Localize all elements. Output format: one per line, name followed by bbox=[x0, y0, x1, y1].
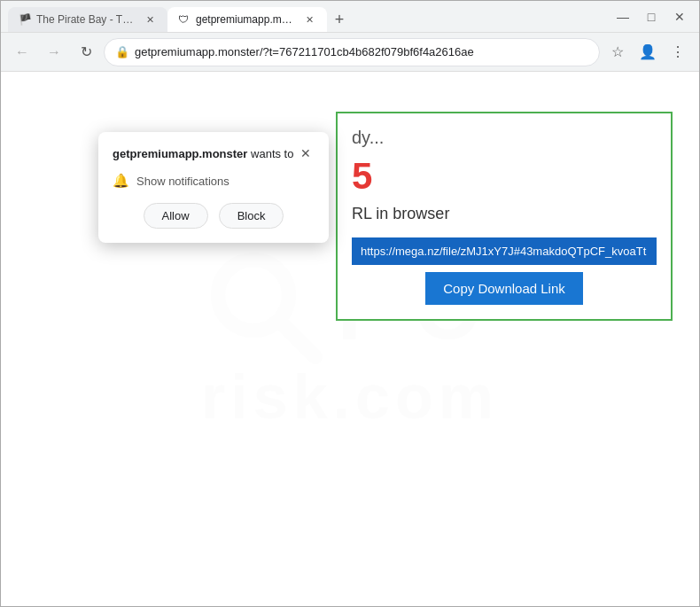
window-controls: — □ ✕ bbox=[611, 4, 692, 29]
tab-title-getpremiumapp: getpremiumapp.monster/?t=76... bbox=[196, 13, 297, 26]
bookmark-button[interactable]: ☆ bbox=[603, 38, 632, 66]
close-button[interactable]: ✕ bbox=[667, 4, 692, 29]
allow-button[interactable]: Allow bbox=[144, 203, 208, 229]
url-input[interactable] bbox=[352, 237, 657, 265]
maximize-button[interactable]: □ bbox=[639, 4, 664, 29]
nav-bar: ← → ↻ 🔒 getpremiumapp.monster/?t=7672117… bbox=[1, 33, 699, 72]
refresh-button[interactable]: ↻ bbox=[72, 38, 100, 66]
new-tab-button[interactable]: + bbox=[327, 7, 352, 32]
notification-row: 🔔 Show notifications bbox=[113, 173, 315, 189]
svg-point-0 bbox=[218, 260, 289, 331]
account-button[interactable]: 👤 bbox=[634, 38, 662, 66]
copy-download-link-button[interactable]: Copy Download Link bbox=[425, 272, 583, 305]
back-button[interactable]: ← bbox=[8, 38, 36, 66]
tab-close-getpremiumapp[interactable]: ✕ bbox=[302, 12, 316, 27]
menu-button[interactable]: ⋮ bbox=[664, 38, 692, 66]
svg-line-1 bbox=[280, 322, 315, 357]
popup-title: getpremiumapp.monster wants to bbox=[113, 146, 297, 162]
bell-icon: 🔔 bbox=[113, 173, 129, 189]
title-bar: 🏴 The Pirate Bay - The galaxy's m... ✕ 🛡… bbox=[1, 1, 699, 33]
nav-right-buttons: ☆ 👤 ⋮ bbox=[603, 38, 692, 66]
notification-popup: getpremiumapp.monster wants to ✕ 🔔 Show … bbox=[98, 132, 329, 243]
page-content: PC risk.com dy... 5 RL in browser Copy D… bbox=[1, 72, 699, 606]
tab-getpremiumapp[interactable]: 🛡 getpremiumapp.monster/?t=76... ✕ bbox=[167, 7, 327, 32]
block-button[interactable]: Block bbox=[219, 203, 284, 229]
minimize-button[interactable]: — bbox=[611, 4, 635, 29]
tab-title-piratebay: The Pirate Bay - The galaxy's m... bbox=[36, 13, 137, 26]
tab-favicon-getpremiumapp: 🛡 bbox=[178, 13, 191, 26]
tab-favicon-piratebay: 🏴 bbox=[19, 13, 31, 26]
tab-piratebay[interactable]: 🏴 The Pirate Bay - The galaxy's m... ✕ bbox=[8, 7, 167, 32]
countdown-number: 5 bbox=[352, 155, 657, 198]
loading-text: dy... bbox=[352, 128, 657, 148]
browser-window: 🏴 The Pirate Bay - The galaxy's m... ✕ 🛡… bbox=[0, 0, 700, 607]
tab-bar: 🏴 The Pirate Bay - The galaxy's m... ✕ 🛡… bbox=[8, 1, 607, 32]
popup-buttons: Allow Block bbox=[113, 203, 315, 229]
tab-close-piratebay[interactable]: ✕ bbox=[143, 12, 157, 27]
forward-button[interactable]: → bbox=[40, 38, 68, 66]
address-bar[interactable]: 🔒 getpremiumapp.monster/?t=767211701cb4b… bbox=[104, 38, 600, 66]
popup-site-name: getpremiumapp.monster bbox=[113, 147, 247, 160]
popup-title-suffix: wants to bbox=[247, 147, 293, 160]
green-content-box: dy... 5 RL in browser Copy Download Link bbox=[336, 112, 673, 321]
notification-label: Show notifications bbox=[136, 175, 229, 188]
security-icon: 🔒 bbox=[115, 45, 129, 58]
popup-header: getpremiumapp.monster wants to ✕ bbox=[113, 146, 315, 162]
popup-close-button[interactable]: ✕ bbox=[297, 144, 315, 162]
url-label: RL in browser bbox=[352, 205, 657, 223]
address-text: getpremiumapp.monster/?t=767211701cb4b68… bbox=[135, 45, 588, 58]
